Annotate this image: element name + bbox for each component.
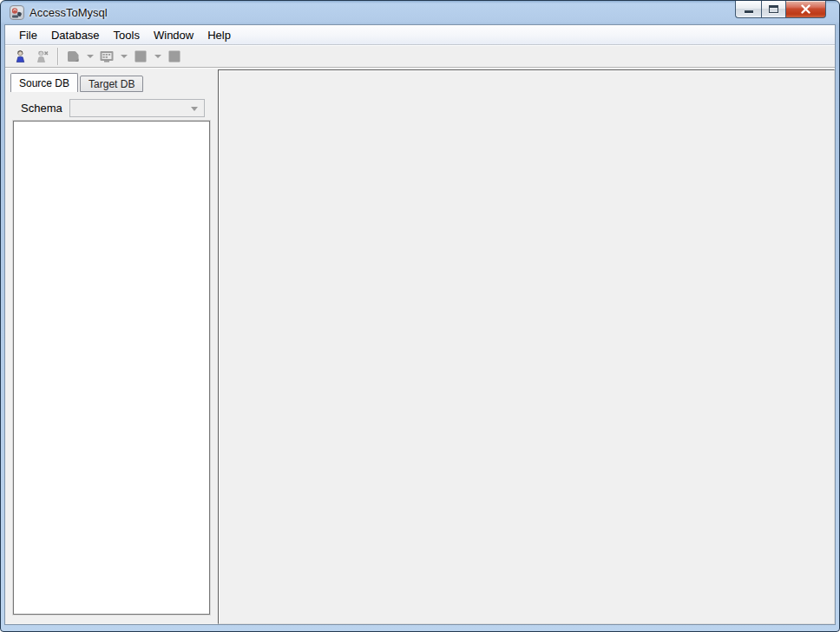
export-icon xyxy=(66,49,81,63)
data-view-icon xyxy=(99,49,115,63)
dropdown-arrow-icon xyxy=(87,55,94,58)
minimize-icon xyxy=(745,10,753,13)
schema-label: Schema xyxy=(21,102,62,115)
window-title: AccessToMysql xyxy=(30,6,108,19)
close-button[interactable] xyxy=(786,1,826,18)
connect-icon xyxy=(14,49,28,63)
stop-icon xyxy=(167,49,181,63)
schema-combobox[interactable] xyxy=(69,99,205,117)
dropdown-arrow-icon xyxy=(121,55,128,58)
menu-help[interactable]: Help xyxy=(200,25,238,44)
disconnect-icon xyxy=(36,49,49,63)
content-area: Source DB Target DB Schema xyxy=(5,68,835,624)
close-icon xyxy=(800,4,811,14)
title-bar: AccessToMysql xyxy=(4,1,836,24)
mdi-workspace xyxy=(218,69,835,624)
stop-button[interactable] xyxy=(164,47,185,66)
disconnect-button[interactable] xyxy=(32,47,53,66)
convert-icon xyxy=(134,49,148,63)
menu-database[interactable]: Database xyxy=(44,25,107,44)
data-view-dropdown-button[interactable] xyxy=(118,47,129,66)
source-objects-list[interactable] xyxy=(13,121,210,615)
window-controls xyxy=(735,1,826,18)
menu-file[interactable]: File xyxy=(12,25,44,44)
tab-target-db[interactable]: Target DB xyxy=(80,76,143,92)
export-button[interactable] xyxy=(62,47,83,66)
source-panel: Source DB Target DB Schema xyxy=(5,69,213,624)
app-logo-icon xyxy=(10,5,24,20)
db-tab-strip: Source DB Target DB xyxy=(10,71,213,92)
toolbar xyxy=(5,45,835,68)
menu-window[interactable]: Window xyxy=(147,25,200,44)
schema-row: Schema xyxy=(21,98,205,117)
maximize-icon xyxy=(769,5,778,13)
convert-button[interactable] xyxy=(130,47,151,66)
connect-button[interactable] xyxy=(10,47,31,66)
data-view-button[interactable] xyxy=(96,47,117,66)
convert-dropdown-button[interactable] xyxy=(152,47,163,66)
menu-bar: File Database Tools Window Help xyxy=(5,25,835,45)
maximize-button[interactable] xyxy=(761,1,786,18)
export-dropdown-button[interactable] xyxy=(84,47,95,66)
dropdown-arrow-icon xyxy=(154,55,161,58)
app-window: AccessToMysql File Database Tools Window… xyxy=(0,0,840,632)
menu-tools[interactable]: Tools xyxy=(107,25,147,44)
minimize-button[interactable] xyxy=(735,1,761,18)
combo-dropdown-icon xyxy=(191,107,198,111)
client-area: File Database Tools Window Help xyxy=(4,24,836,625)
tab-source-db[interactable]: Source DB xyxy=(10,73,78,92)
toolbar-separator xyxy=(57,48,58,65)
